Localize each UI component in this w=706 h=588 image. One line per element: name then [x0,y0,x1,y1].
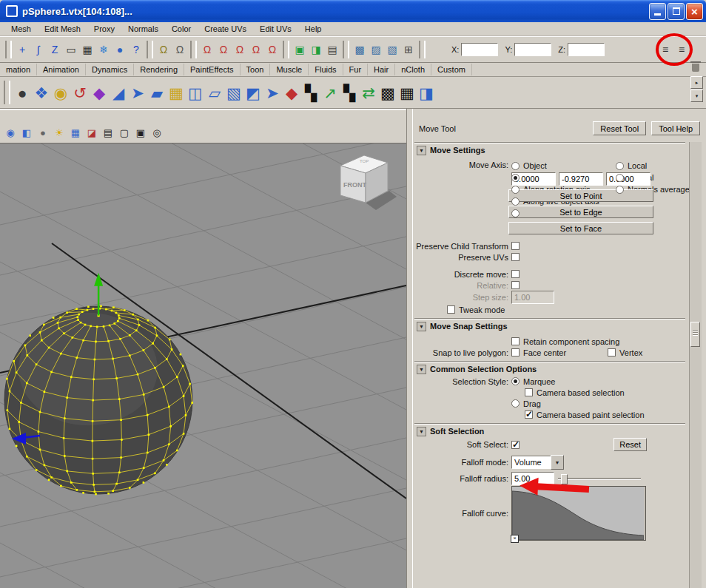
render-view-icon[interactable]: ▩ [352,41,368,58]
shelf-tab[interactable]: Custom [431,64,472,75]
falloff-radius-input[interactable] [511,472,554,485]
shelf-tab[interactable]: Dynamics [86,64,134,75]
poly-sphere-icon[interactable]: ● [13,80,32,105]
camera-paint-selection-checkbox[interactable] [525,410,533,419]
menu-item[interactable]: Normals [121,23,165,35]
shelf-menu-button[interactable] [690,76,703,89]
step-size-input[interactable] [511,291,554,304]
toolbar-grip[interactable] [419,41,426,58]
title-bar[interactable]: pSphere1.vtx[104:108]... [0,0,706,22]
face-center-checkbox[interactable] [511,348,520,356]
panel-scrollbar[interactable] [689,142,702,588]
highlight-snowflake-icon[interactable]: ❄ [95,41,112,58]
custom-axis-input[interactable] [606,172,650,186]
custom-axis-input[interactable] [559,172,603,186]
menu-item[interactable]: Create UVs [198,23,253,35]
film-gate-icon[interactable]: ▢ [117,126,132,141]
marquee-radio[interactable] [511,377,520,385]
select-arrow-icon[interactable]: ➤ [128,80,147,105]
menu-item[interactable]: Mesh [4,23,38,35]
x-input[interactable] [461,43,498,56]
menu-item[interactable]: Edit Mesh [38,23,87,35]
soft-select-reset-button[interactable]: Reset [613,438,647,451]
reset-tool-button[interactable]: Reset Tool [593,121,646,135]
toolbar-grip[interactable] [283,41,289,58]
poly-plane-icon[interactable]: ▰ [147,80,167,105]
render-settings-icon[interactable]: ⊞ [400,41,417,58]
camera-icon[interactable]: ◉ [3,126,18,141]
panel-divider[interactable] [406,109,413,588]
radio-icon[interactable] [511,197,520,206]
camera-based-selection-checkbox[interactable] [525,388,533,396]
radio-icon[interactable] [616,162,624,170]
poly-spheres-icon[interactable]: ❖ [32,80,51,105]
collapse-arrow-icon[interactable] [417,322,426,331]
snap-to-point-icon[interactable]: Ω [232,41,248,58]
section-move-snap-settings[interactable]: Move Snap Settings [414,319,685,333]
make-live-icon[interactable]: Ω [264,41,280,58]
bevel-icon[interactable]: ◫ [186,80,205,105]
poly-wedge-icon[interactable]: ◢ [109,80,128,105]
lock-icon[interactable]: Ω [155,41,172,58]
close-button[interactable] [686,3,703,20]
shelf-tab[interactable]: Animation [37,64,86,75]
drag-radio[interactable] [511,399,520,408]
relative-checkbox[interactable] [511,281,520,289]
move-axis-option[interactable]: Object [511,160,616,172]
falloff-mode-dropdown[interactable]: Volume [511,455,564,470]
grid-toggle-icon[interactable]: ▤ [101,126,115,141]
shelf-tab[interactable]: Fur [343,64,369,75]
normals-icon[interactable]: ↗ [320,80,340,105]
lock-selection-icon[interactable]: Ω [172,41,188,58]
uv-grid-icon[interactable]: ▩ [378,80,397,105]
light-icon[interactable]: ☀ [52,126,67,141]
radio-icon[interactable] [511,174,520,182]
ipr-render-icon[interactable]: ▧ [384,41,400,58]
retain-spacing-checkbox[interactable] [511,337,520,345]
slider-handle[interactable] [561,474,568,484]
vertex-checkbox[interactable] [608,348,616,356]
toolbar-grip[interactable] [147,41,153,58]
extrude-icon[interactable]: ▱ [205,80,224,105]
tool-help-button[interactable]: Tool Help [651,121,700,135]
y-input[interactable] [514,43,551,56]
soft-select-checkbox[interactable] [511,441,520,449]
set-to-button[interactable]: Set to Point [508,189,653,202]
grid-cube-icon[interactable]: ▦ [79,41,95,58]
shelf-tab[interactable]: Rendering [134,64,184,75]
input-connections-icon[interactable]: ▣ [292,41,308,58]
collapse-arrow-icon[interactable] [417,427,426,436]
shelf-tab[interactable]: Muscle [270,64,309,75]
ik-handle-icon[interactable]: ∫ [30,41,47,58]
curve-snap-icon[interactable]: Z [47,41,63,58]
section-common-selection-options[interactable]: Common Selection Options [414,362,685,376]
shelf-tab[interactable]: Fluids [309,64,343,75]
uv-snapshot-icon[interactable]: ▦ [397,80,417,105]
snap-to-view-plane-icon[interactable]: Ω [248,41,264,58]
lattice-icon[interactable]: ◨ [417,80,436,105]
shelf-tab[interactable]: nCloth [395,64,431,75]
uv-checker-icon[interactable]: ▚ [301,80,320,105]
wireframe-icon[interactable]: ◧ [19,126,34,141]
help-icon[interactable]: ? [128,41,144,58]
merge-vertex-icon[interactable]: ◆ [282,80,301,105]
smooth-icon[interactable]: ◉ [51,80,70,105]
bridge-icon[interactable]: ▧ [224,80,243,105]
dropdown-arrow-icon[interactable] [551,455,564,470]
append-face-icon[interactable]: ➤ [263,80,282,105]
snap-to-curve-icon[interactable]: Ω [215,41,232,58]
subdiv-grid-icon[interactable]: ▦ [167,80,186,105]
shelf-tab[interactable]: Hair [368,64,395,75]
xray-icon[interactable]: ◪ [84,126,99,141]
menu-item[interactable]: Proxy [87,23,121,35]
construction-history-icon[interactable]: ▤ [324,41,340,58]
set-to-button[interactable]: Set to Edge [508,206,653,218]
menu-item[interactable]: Color [165,23,198,35]
viewport[interactable]: TOP FRONT [0,143,406,588]
shaded-icon[interactable]: ● [36,126,50,141]
shelf-tab[interactable]: mation [0,64,37,75]
trash-icon[interactable] [691,61,700,72]
preserve-uvs-checkbox[interactable] [511,253,520,261]
set-to-button[interactable]: Set to Face [508,222,653,234]
mirror-icon[interactable]: ↺ [70,80,90,105]
